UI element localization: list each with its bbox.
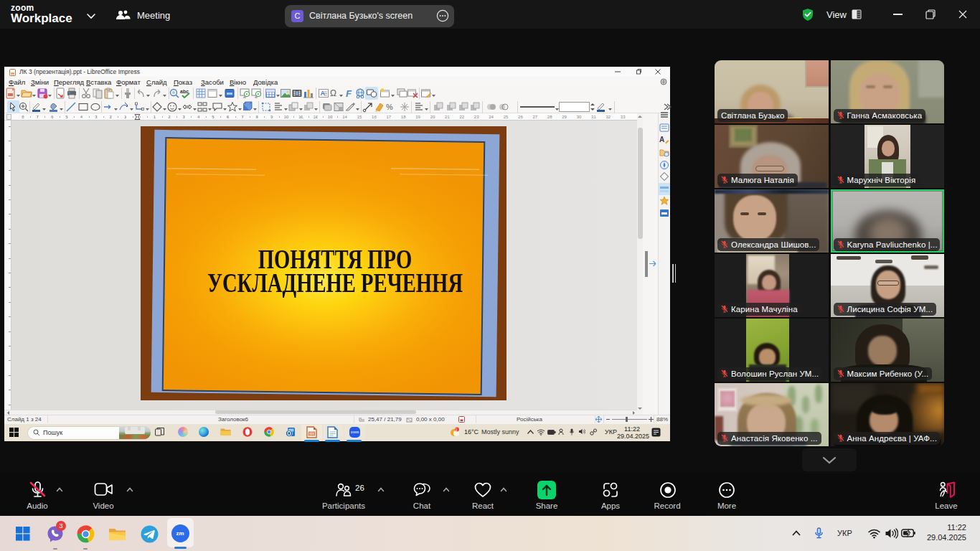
- svg-text:abc: abc: [180, 89, 189, 94]
- svg-text:1: 1: [456, 428, 458, 432]
- svg-text:A: A: [321, 90, 326, 97]
- svg-text:A: A: [659, 136, 664, 143]
- svg-text:%: %: [386, 103, 393, 111]
- svg-text:F: F: [346, 88, 352, 99]
- svg-text:Ω: Ω: [330, 88, 336, 98]
